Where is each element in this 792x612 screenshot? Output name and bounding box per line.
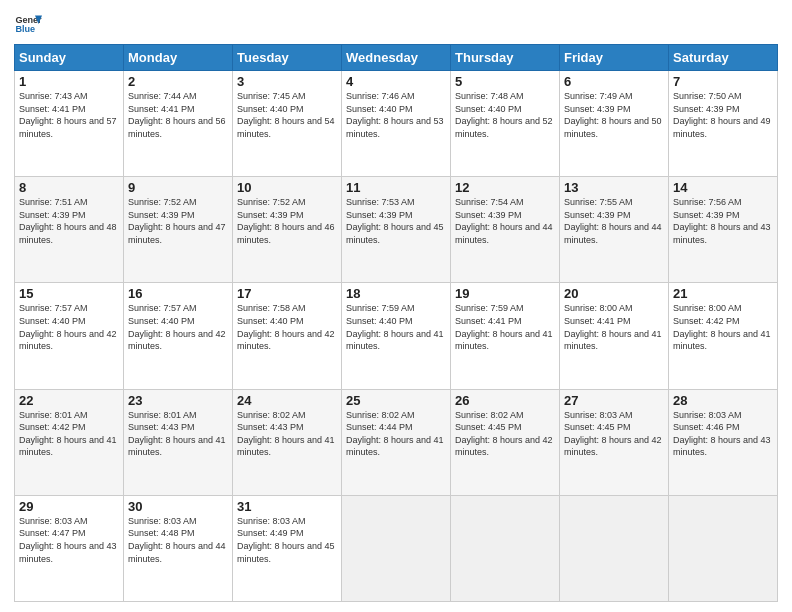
day-number: 6 xyxy=(564,74,664,89)
calendar-day-cell: 9 Sunrise: 7:52 AMSunset: 4:39 PMDayligh… xyxy=(124,177,233,283)
calendar-week-row: 15 Sunrise: 7:57 AMSunset: 4:40 PMDaylig… xyxy=(15,283,778,389)
day-number: 2 xyxy=(128,74,228,89)
calendar-day-cell: 3 Sunrise: 7:45 AMSunset: 4:40 PMDayligh… xyxy=(233,71,342,177)
logo: General Blue xyxy=(14,10,46,38)
calendar-day-cell: 7 Sunrise: 7:50 AMSunset: 4:39 PMDayligh… xyxy=(669,71,778,177)
calendar-day-cell xyxy=(451,495,560,601)
day-number: 3 xyxy=(237,74,337,89)
calendar-day-cell xyxy=(342,495,451,601)
svg-text:Blue: Blue xyxy=(15,24,35,34)
calendar-day-cell: 29 Sunrise: 8:03 AMSunset: 4:47 PMDaylig… xyxy=(15,495,124,601)
calendar-day-cell: 25 Sunrise: 8:02 AMSunset: 4:44 PMDaylig… xyxy=(342,389,451,495)
calendar-day-header: Monday xyxy=(124,45,233,71)
calendar-week-row: 29 Sunrise: 8:03 AMSunset: 4:47 PMDaylig… xyxy=(15,495,778,601)
day-detail: Sunrise: 7:46 AMSunset: 4:40 PMDaylight:… xyxy=(346,91,444,139)
day-number: 13 xyxy=(564,180,664,195)
calendar-day-header: Wednesday xyxy=(342,45,451,71)
day-number: 19 xyxy=(455,286,555,301)
day-detail: Sunrise: 7:51 AMSunset: 4:39 PMDaylight:… xyxy=(19,197,117,245)
calendar-week-row: 8 Sunrise: 7:51 AMSunset: 4:39 PMDayligh… xyxy=(15,177,778,283)
calendar-day-header: Thursday xyxy=(451,45,560,71)
day-detail: Sunrise: 7:59 AMSunset: 4:41 PMDaylight:… xyxy=(455,303,553,351)
day-number: 1 xyxy=(19,74,119,89)
calendar-day-cell: 23 Sunrise: 8:01 AMSunset: 4:43 PMDaylig… xyxy=(124,389,233,495)
calendar-table: SundayMondayTuesdayWednesdayThursdayFrid… xyxy=(14,44,778,602)
day-detail: Sunrise: 7:44 AMSunset: 4:41 PMDaylight:… xyxy=(128,91,226,139)
calendar-day-cell: 14 Sunrise: 7:56 AMSunset: 4:39 PMDaylig… xyxy=(669,177,778,283)
day-detail: Sunrise: 8:02 AMSunset: 4:44 PMDaylight:… xyxy=(346,410,444,458)
day-detail: Sunrise: 7:49 AMSunset: 4:39 PMDaylight:… xyxy=(564,91,662,139)
day-number: 28 xyxy=(673,393,773,408)
day-detail: Sunrise: 8:03 AMSunset: 4:45 PMDaylight:… xyxy=(564,410,662,458)
day-detail: Sunrise: 7:57 AMSunset: 4:40 PMDaylight:… xyxy=(19,303,117,351)
day-detail: Sunrise: 7:54 AMSunset: 4:39 PMDaylight:… xyxy=(455,197,553,245)
day-number: 4 xyxy=(346,74,446,89)
day-number: 9 xyxy=(128,180,228,195)
day-detail: Sunrise: 7:53 AMSunset: 4:39 PMDaylight:… xyxy=(346,197,444,245)
calendar-day-cell: 26 Sunrise: 8:02 AMSunset: 4:45 PMDaylig… xyxy=(451,389,560,495)
generalblue-logo-icon: General Blue xyxy=(14,10,42,38)
calendar-day-cell: 8 Sunrise: 7:51 AMSunset: 4:39 PMDayligh… xyxy=(15,177,124,283)
day-number: 23 xyxy=(128,393,228,408)
calendar-day-cell: 10 Sunrise: 7:52 AMSunset: 4:39 PMDaylig… xyxy=(233,177,342,283)
calendar-day-header: Sunday xyxy=(15,45,124,71)
day-number: 24 xyxy=(237,393,337,408)
day-number: 17 xyxy=(237,286,337,301)
calendar-day-cell: 30 Sunrise: 8:03 AMSunset: 4:48 PMDaylig… xyxy=(124,495,233,601)
day-number: 30 xyxy=(128,499,228,514)
day-number: 14 xyxy=(673,180,773,195)
day-number: 27 xyxy=(564,393,664,408)
calendar-day-cell: 11 Sunrise: 7:53 AMSunset: 4:39 PMDaylig… xyxy=(342,177,451,283)
calendar-day-cell: 12 Sunrise: 7:54 AMSunset: 4:39 PMDaylig… xyxy=(451,177,560,283)
day-number: 25 xyxy=(346,393,446,408)
day-number: 31 xyxy=(237,499,337,514)
calendar-day-cell: 20 Sunrise: 8:00 AMSunset: 4:41 PMDaylig… xyxy=(560,283,669,389)
day-number: 18 xyxy=(346,286,446,301)
calendar-day-cell: 17 Sunrise: 7:58 AMSunset: 4:40 PMDaylig… xyxy=(233,283,342,389)
day-detail: Sunrise: 7:45 AMSunset: 4:40 PMDaylight:… xyxy=(237,91,335,139)
calendar-day-cell: 18 Sunrise: 7:59 AMSunset: 4:40 PMDaylig… xyxy=(342,283,451,389)
calendar-week-row: 1 Sunrise: 7:43 AMSunset: 4:41 PMDayligh… xyxy=(15,71,778,177)
day-detail: Sunrise: 8:03 AMSunset: 4:48 PMDaylight:… xyxy=(128,516,226,564)
day-detail: Sunrise: 8:01 AMSunset: 4:42 PMDaylight:… xyxy=(19,410,117,458)
calendar-day-cell: 1 Sunrise: 7:43 AMSunset: 4:41 PMDayligh… xyxy=(15,71,124,177)
calendar-day-cell: 6 Sunrise: 7:49 AMSunset: 4:39 PMDayligh… xyxy=(560,71,669,177)
calendar-day-cell: 27 Sunrise: 8:03 AMSunset: 4:45 PMDaylig… xyxy=(560,389,669,495)
calendar-day-cell xyxy=(669,495,778,601)
day-number: 26 xyxy=(455,393,555,408)
calendar-day-header: Saturday xyxy=(669,45,778,71)
day-number: 10 xyxy=(237,180,337,195)
day-number: 11 xyxy=(346,180,446,195)
calendar-day-cell: 2 Sunrise: 7:44 AMSunset: 4:41 PMDayligh… xyxy=(124,71,233,177)
calendar-day-header: Tuesday xyxy=(233,45,342,71)
day-number: 15 xyxy=(19,286,119,301)
day-detail: Sunrise: 8:02 AMSunset: 4:45 PMDaylight:… xyxy=(455,410,553,458)
calendar-day-cell: 31 Sunrise: 8:03 AMSunset: 4:49 PMDaylig… xyxy=(233,495,342,601)
day-detail: Sunrise: 8:03 AMSunset: 4:46 PMDaylight:… xyxy=(673,410,771,458)
day-number: 22 xyxy=(19,393,119,408)
day-detail: Sunrise: 8:01 AMSunset: 4:43 PMDaylight:… xyxy=(128,410,226,458)
day-detail: Sunrise: 7:59 AMSunset: 4:40 PMDaylight:… xyxy=(346,303,444,351)
day-detail: Sunrise: 8:00 AMSunset: 4:41 PMDaylight:… xyxy=(564,303,662,351)
calendar-header-row: SundayMondayTuesdayWednesdayThursdayFrid… xyxy=(15,45,778,71)
day-number: 29 xyxy=(19,499,119,514)
calendar-day-cell xyxy=(560,495,669,601)
calendar-day-cell: 13 Sunrise: 7:55 AMSunset: 4:39 PMDaylig… xyxy=(560,177,669,283)
day-number: 21 xyxy=(673,286,773,301)
day-detail: Sunrise: 7:58 AMSunset: 4:40 PMDaylight:… xyxy=(237,303,335,351)
day-detail: Sunrise: 7:50 AMSunset: 4:39 PMDaylight:… xyxy=(673,91,771,139)
day-detail: Sunrise: 7:56 AMSunset: 4:39 PMDaylight:… xyxy=(673,197,771,245)
calendar-day-cell: 16 Sunrise: 7:57 AMSunset: 4:40 PMDaylig… xyxy=(124,283,233,389)
day-number: 12 xyxy=(455,180,555,195)
day-detail: Sunrise: 8:00 AMSunset: 4:42 PMDaylight:… xyxy=(673,303,771,351)
calendar-day-cell: 21 Sunrise: 8:00 AMSunset: 4:42 PMDaylig… xyxy=(669,283,778,389)
day-detail: Sunrise: 7:52 AMSunset: 4:39 PMDaylight:… xyxy=(237,197,335,245)
calendar-day-cell: 15 Sunrise: 7:57 AMSunset: 4:40 PMDaylig… xyxy=(15,283,124,389)
calendar-day-cell: 24 Sunrise: 8:02 AMSunset: 4:43 PMDaylig… xyxy=(233,389,342,495)
calendar-day-cell: 4 Sunrise: 7:46 AMSunset: 4:40 PMDayligh… xyxy=(342,71,451,177)
page: General Blue SundayMondayTuesdayWednesda… xyxy=(0,0,792,612)
day-detail: Sunrise: 7:55 AMSunset: 4:39 PMDaylight:… xyxy=(564,197,662,245)
day-detail: Sunrise: 7:43 AMSunset: 4:41 PMDaylight:… xyxy=(19,91,117,139)
header: General Blue xyxy=(14,10,778,38)
calendar-day-cell: 5 Sunrise: 7:48 AMSunset: 4:40 PMDayligh… xyxy=(451,71,560,177)
